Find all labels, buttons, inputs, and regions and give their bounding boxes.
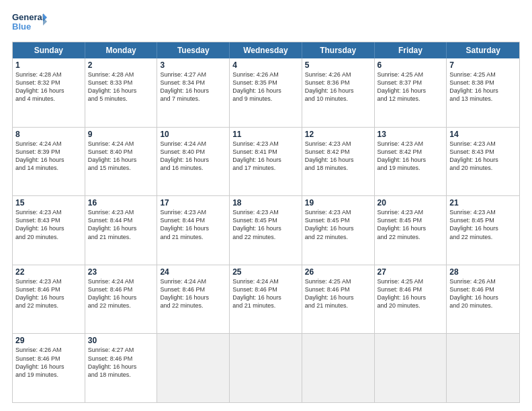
cell-line: Sunset: 8:33 PM: [88, 79, 154, 87]
calendar-cell: 24Sunrise: 4:24 AMSunset: 8:46 PMDayligh…: [157, 265, 230, 334]
cell-details: Sunrise: 4:25 AMSunset: 8:38 PMDaylight:…: [449, 71, 517, 103]
day-number: 10: [160, 130, 226, 139]
cell-line: and 19 minutes.: [15, 371, 82, 379]
day-number: 12: [305, 130, 371, 139]
cell-line: Sunset: 8:46 PM: [88, 285, 154, 293]
calendar-cell: 30Sunrise: 4:27 AMSunset: 8:46 PMDayligh…: [85, 334, 158, 402]
cell-line: Sunrise: 4:24 AM: [88, 140, 154, 148]
day-number: 19: [305, 198, 371, 208]
calendar-cell: 12Sunrise: 4:23 AMSunset: 8:42 PMDayligh…: [302, 128, 375, 196]
calendar-cell: [302, 334, 375, 402]
cell-line: Sunset: 8:45 PM: [378, 216, 444, 224]
cell-line: Daylight: 16 hours: [160, 156, 226, 164]
cell-line: Sunrise: 4:23 AM: [305, 140, 371, 148]
cell-line: Sunrise: 4:24 AM: [88, 277, 154, 285]
calendar-cell: 21Sunrise: 4:23 AMSunset: 8:45 PMDayligh…: [447, 196, 519, 265]
cell-line: Sunrise: 4:27 AM: [160, 71, 226, 79]
cell-details: Sunrise: 4:23 AMSunset: 8:45 PMDaylight:…: [232, 208, 299, 241]
cell-line: Sunrise: 4:23 AM: [232, 208, 299, 216]
day-number: 13: [378, 130, 444, 139]
calendar-cell: 10Sunrise: 4:24 AMSunset: 8:40 PMDayligh…: [157, 128, 230, 196]
calendar-row: 8Sunrise: 4:24 AMSunset: 8:39 PMDaylight…: [13, 127, 519, 196]
cell-line: Sunset: 8:45 PM: [232, 216, 299, 224]
calendar-cell: 11Sunrise: 4:23 AMSunset: 8:41 PMDayligh…: [230, 128, 302, 196]
calendar-header: SundayMondayTuesdayWednesdayThursdayFrid…: [13, 42, 519, 58]
calendar-cell: 18Sunrise: 4:23 AMSunset: 8:45 PMDayligh…: [230, 196, 302, 265]
calendar-cell: 22Sunrise: 4:23 AMSunset: 8:46 PMDayligh…: [13, 265, 85, 334]
calendar-header-day: Tuesday: [157, 42, 230, 58]
cell-line: Sunset: 8:46 PM: [15, 355, 82, 363]
cell-line: Sunrise: 4:23 AM: [449, 208, 517, 216]
cell-details: Sunrise: 4:23 AMSunset: 8:45 PMDaylight:…: [449, 208, 517, 241]
cell-line: Sunrise: 4:24 AM: [15, 140, 82, 148]
cell-details: Sunrise: 4:26 AMSunset: 8:35 PMDaylight:…: [232, 71, 299, 103]
cell-line: and 21 minutes.: [305, 302, 371, 310]
day-number: 18: [232, 198, 299, 208]
cell-line: Sunset: 8:42 PM: [305, 148, 371, 156]
cell-line: Sunrise: 4:25 AM: [305, 277, 371, 285]
page: General Blue SundayMondayTuesdayWednesda…: [0, 0, 532, 411]
calendar-cell: [157, 334, 230, 402]
cell-details: Sunrise: 4:23 AMSunset: 8:43 PMDaylight:…: [449, 140, 517, 173]
cell-details: Sunrise: 4:25 AMSunset: 8:46 PMDaylight:…: [305, 277, 371, 310]
cell-line: and 20 minutes.: [15, 233, 82, 241]
cell-line: Daylight: 16 hours: [88, 293, 154, 302]
day-number: 11: [232, 130, 299, 139]
calendar-cell: 1Sunrise: 4:28 AMSunset: 8:32 PMDaylight…: [13, 58, 85, 127]
cell-details: Sunrise: 4:23 AMSunset: 8:44 PMDaylight:…: [88, 208, 154, 241]
cell-line: Sunrise: 4:24 AM: [160, 140, 226, 148]
cell-line: Sunrise: 4:28 AM: [15, 71, 82, 79]
day-number: 23: [88, 267, 154, 277]
cell-line: Daylight: 16 hours: [232, 293, 299, 302]
day-number: 24: [160, 267, 226, 277]
cell-line: Sunrise: 4:26 AM: [305, 71, 371, 79]
cell-line: and 20 minutes.: [378, 302, 444, 310]
calendar-cell: 5Sunrise: 4:26 AMSunset: 8:36 PMDaylight…: [302, 58, 375, 127]
cell-line: Sunrise: 4:23 AM: [378, 140, 444, 148]
cell-details: Sunrise: 4:23 AMSunset: 8:41 PMDaylight:…: [232, 140, 299, 173]
cell-line: Sunset: 8:43 PM: [15, 216, 82, 224]
calendar-body: 1Sunrise: 4:28 AMSunset: 8:32 PMDaylight…: [13, 58, 519, 402]
cell-line: and 18 minutes.: [305, 164, 371, 172]
cell-line: Sunrise: 4:25 AM: [378, 71, 444, 79]
cell-line: Sunset: 8:39 PM: [15, 148, 82, 156]
cell-line: Sunset: 8:46 PM: [88, 355, 154, 363]
cell-details: Sunrise: 4:24 AMSunset: 8:46 PMDaylight:…: [232, 277, 299, 310]
day-number: 8: [15, 130, 82, 139]
day-number: 1: [15, 60, 82, 70]
header: General Blue: [12, 11, 520, 36]
calendar-cell: 6Sunrise: 4:25 AMSunset: 8:37 PMDaylight…: [375, 58, 447, 127]
cell-line: Sunrise: 4:24 AM: [232, 277, 299, 285]
cell-line: Sunset: 8:35 PM: [232, 79, 299, 87]
day-number: 5: [305, 60, 371, 70]
cell-details: Sunrise: 4:26 AMSunset: 8:36 PMDaylight:…: [305, 71, 371, 103]
cell-details: Sunrise: 4:24 AMSunset: 8:40 PMDaylight:…: [160, 140, 226, 173]
cell-line: Sunset: 8:44 PM: [160, 216, 226, 224]
cell-line: Daylight: 16 hours: [15, 293, 82, 302]
day-number: 14: [449, 130, 517, 139]
cell-line: and 12 minutes.: [378, 95, 444, 103]
cell-line: Sunrise: 4:23 AM: [305, 208, 371, 216]
day-number: 30: [88, 336, 154, 345]
cell-line: Sunset: 8:43 PM: [449, 148, 517, 156]
cell-line: and 19 minutes.: [378, 164, 444, 172]
cell-line: Sunset: 8:46 PM: [378, 285, 444, 293]
calendar-header-day: Monday: [85, 42, 158, 58]
cell-line: Daylight: 16 hours: [232, 87, 299, 95]
cell-line: Daylight: 16 hours: [378, 87, 444, 95]
day-number: 9: [88, 130, 154, 139]
calendar-cell: 14Sunrise: 4:23 AMSunset: 8:43 PMDayligh…: [447, 128, 519, 196]
cell-line: Sunrise: 4:23 AM: [449, 140, 517, 148]
cell-line: Sunrise: 4:24 AM: [160, 277, 226, 285]
cell-line: Daylight: 16 hours: [378, 156, 444, 164]
cell-line: and 18 minutes.: [88, 371, 154, 379]
cell-line: and 16 minutes.: [160, 164, 226, 172]
cell-details: Sunrise: 4:25 AMSunset: 8:46 PMDaylight:…: [378, 277, 444, 310]
cell-line: Daylight: 16 hours: [88, 87, 154, 95]
cell-line: and 22 minutes.: [378, 233, 444, 241]
cell-line: Daylight: 16 hours: [305, 87, 371, 95]
svg-text:Blue: Blue: [12, 21, 31, 32]
cell-line: Sunset: 8:46 PM: [305, 285, 371, 293]
cell-line: Daylight: 16 hours: [232, 224, 299, 232]
cell-line: Sunrise: 4:23 AM: [160, 208, 226, 216]
